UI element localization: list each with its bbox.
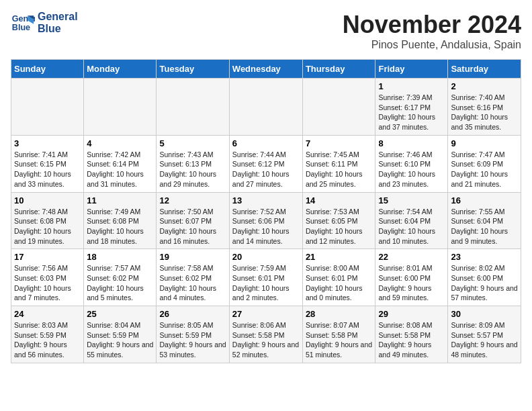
- logo-icon: General Blue: [11, 11, 35, 35]
- calendar-cell: [302, 79, 375, 136]
- day-info: Sunrise: 8:01 AM Sunset: 6:00 PM Dayligh…: [378, 263, 445, 303]
- calendar-cell: 22Sunrise: 8:01 AM Sunset: 6:00 PM Dayli…: [375, 249, 448, 306]
- day-number: 6: [232, 138, 300, 148]
- day-info: Sunrise: 7:54 AM Sunset: 6:04 PM Dayligh…: [378, 207, 445, 246]
- day-info: Sunrise: 7:50 AM Sunset: 6:07 PM Dayligh…: [159, 207, 226, 246]
- svg-text:Blue: Blue: [12, 23, 30, 32]
- calendar-cell: 19Sunrise: 7:58 AM Sunset: 6:02 PM Dayli…: [157, 249, 229, 306]
- calendar-cell: 24Sunrise: 8:03 AM Sunset: 5:59 PM Dayli…: [11, 306, 84, 363]
- calendar-cell: 8Sunrise: 7:46 AM Sunset: 6:10 PM Daylig…: [375, 135, 448, 192]
- calendar-cell: [84, 79, 157, 136]
- calendar-week-1: 1Sunrise: 7:39 AM Sunset: 6:17 PM Daylig…: [11, 79, 521, 136]
- calendar-cell: 10Sunrise: 7:48 AM Sunset: 6:08 PM Dayli…: [11, 192, 84, 249]
- day-number: 29: [378, 309, 445, 319]
- day-info: Sunrise: 7:41 AM Sunset: 6:15 PM Dayligh…: [14, 150, 81, 189]
- calendar-cell: 17Sunrise: 7:56 AM Sunset: 6:03 PM Dayli…: [11, 249, 84, 306]
- day-info: Sunrise: 7:39 AM Sunset: 6:17 PM Dayligh…: [378, 93, 445, 132]
- month-title: November 2024: [343, 11, 521, 39]
- day-info: Sunrise: 7:45 AM Sunset: 6:11 PM Dayligh…: [306, 150, 373, 189]
- calendar-cell: 13Sunrise: 7:52 AM Sunset: 6:06 PM Dayli…: [229, 192, 302, 249]
- weekday-header-saturday: Saturday: [448, 60, 521, 79]
- day-number: 20: [232, 252, 300, 262]
- day-number: 3: [14, 138, 81, 148]
- weekday-header-tuesday: Tuesday: [157, 60, 229, 79]
- calendar-cell: 26Sunrise: 8:05 AM Sunset: 5:59 PM Dayli…: [157, 306, 229, 363]
- day-number: 16: [451, 195, 518, 205]
- day-number: 1: [378, 81, 445, 91]
- day-number: 15: [378, 195, 445, 205]
- day-info: Sunrise: 7:49 AM Sunset: 6:08 PM Dayligh…: [87, 207, 153, 246]
- calendar-week-3: 10Sunrise: 7:48 AM Sunset: 6:08 PM Dayli…: [11, 192, 521, 249]
- calendar-body: 1Sunrise: 7:39 AM Sunset: 6:17 PM Daylig…: [11, 79, 521, 363]
- day-number: 9: [451, 138, 518, 148]
- calendar-cell: [157, 79, 229, 136]
- calendar-cell: 18Sunrise: 7:57 AM Sunset: 6:02 PM Dayli…: [84, 249, 157, 306]
- day-info: Sunrise: 7:52 AM Sunset: 6:06 PM Dayligh…: [232, 207, 300, 246]
- day-info: Sunrise: 8:06 AM Sunset: 5:58 PM Dayligh…: [232, 320, 300, 360]
- logo-line2: Blue: [38, 23, 78, 35]
- logo-line1: General: [38, 11, 78, 23]
- day-number: 4: [87, 138, 153, 148]
- calendar-cell: 20Sunrise: 7:59 AM Sunset: 6:01 PM Dayli…: [229, 249, 302, 306]
- calendar-cell: 30Sunrise: 8:09 AM Sunset: 5:57 PM Dayli…: [448, 306, 521, 363]
- day-number: 10: [14, 195, 81, 205]
- calendar-cell: [11, 79, 84, 136]
- calendar-cell: 2Sunrise: 7:40 AM Sunset: 6:16 PM Daylig…: [448, 79, 521, 136]
- day-number: 27: [232, 309, 300, 319]
- day-number: 25: [87, 309, 153, 319]
- calendar-cell: 4Sunrise: 7:42 AM Sunset: 6:14 PM Daylig…: [84, 135, 157, 192]
- weekday-header-friday: Friday: [375, 60, 448, 79]
- logo: General Blue General Blue: [11, 11, 78, 35]
- calendar-cell: 3Sunrise: 7:41 AM Sunset: 6:15 PM Daylig…: [11, 135, 84, 192]
- day-info: Sunrise: 7:53 AM Sunset: 6:05 PM Dayligh…: [306, 207, 373, 246]
- weekday-header-thursday: Thursday: [302, 60, 375, 79]
- day-number: 21: [306, 252, 373, 262]
- day-number: 28: [306, 309, 373, 319]
- calendar-cell: 14Sunrise: 7:53 AM Sunset: 6:05 PM Dayli…: [302, 192, 375, 249]
- header: General Blue General Blue November 2024 …: [11, 11, 521, 51]
- day-info: Sunrise: 7:48 AM Sunset: 6:08 PM Dayligh…: [14, 207, 81, 246]
- calendar-cell: 23Sunrise: 8:02 AM Sunset: 6:00 PM Dayli…: [448, 249, 521, 306]
- calendar-table: SundayMondayTuesdayWednesdayThursdayFrid…: [11, 59, 521, 363]
- day-info: Sunrise: 8:09 AM Sunset: 5:57 PM Dayligh…: [451, 320, 518, 360]
- calendar-cell: 25Sunrise: 8:04 AM Sunset: 5:59 PM Dayli…: [84, 306, 157, 363]
- calendar-cell: 7Sunrise: 7:45 AM Sunset: 6:11 PM Daylig…: [302, 135, 375, 192]
- day-info: Sunrise: 8:08 AM Sunset: 5:58 PM Dayligh…: [378, 320, 445, 360]
- calendar-cell: [229, 79, 302, 136]
- day-info: Sunrise: 7:56 AM Sunset: 6:03 PM Dayligh…: [14, 263, 81, 303]
- day-number: 30: [451, 309, 518, 319]
- day-info: Sunrise: 7:59 AM Sunset: 6:01 PM Dayligh…: [232, 263, 300, 303]
- calendar-cell: 5Sunrise: 7:43 AM Sunset: 6:13 PM Daylig…: [157, 135, 229, 192]
- day-info: Sunrise: 8:07 AM Sunset: 5:58 PM Dayligh…: [306, 320, 373, 360]
- day-number: 2: [451, 81, 518, 91]
- day-info: Sunrise: 7:47 AM Sunset: 6:09 PM Dayligh…: [451, 150, 518, 189]
- weekday-header-monday: Monday: [84, 60, 157, 79]
- day-info: Sunrise: 8:02 AM Sunset: 6:00 PM Dayligh…: [451, 263, 518, 303]
- calendar-header-row: SundayMondayTuesdayWednesdayThursdayFrid…: [11, 60, 521, 79]
- title-area: November 2024 Pinos Puente, Andalusia, S…: [343, 11, 521, 51]
- day-number: 12: [159, 195, 226, 205]
- calendar-cell: 15Sunrise: 7:54 AM Sunset: 6:04 PM Dayli…: [375, 192, 448, 249]
- day-info: Sunrise: 8:04 AM Sunset: 5:59 PM Dayligh…: [87, 320, 153, 360]
- calendar-cell: 11Sunrise: 7:49 AM Sunset: 6:08 PM Dayli…: [84, 192, 157, 249]
- day-info: Sunrise: 7:46 AM Sunset: 6:10 PM Dayligh…: [378, 150, 445, 189]
- day-number: 5: [159, 138, 226, 148]
- day-number: 26: [159, 309, 226, 319]
- calendar-cell: 9Sunrise: 7:47 AM Sunset: 6:09 PM Daylig…: [448, 135, 521, 192]
- day-info: Sunrise: 8:03 AM Sunset: 5:59 PM Dayligh…: [14, 320, 81, 360]
- calendar-week-2: 3Sunrise: 7:41 AM Sunset: 6:15 PM Daylig…: [11, 135, 521, 192]
- day-info: Sunrise: 7:40 AM Sunset: 6:16 PM Dayligh…: [451, 93, 518, 132]
- day-number: 11: [87, 195, 153, 205]
- day-info: Sunrise: 7:58 AM Sunset: 6:02 PM Dayligh…: [159, 263, 226, 303]
- day-info: Sunrise: 7:55 AM Sunset: 6:04 PM Dayligh…: [451, 207, 518, 246]
- day-number: 13: [232, 195, 300, 205]
- day-number: 7: [306, 138, 373, 148]
- calendar-cell: 28Sunrise: 8:07 AM Sunset: 5:58 PM Dayli…: [302, 306, 375, 363]
- calendar-week-5: 24Sunrise: 8:03 AM Sunset: 5:59 PM Dayli…: [11, 306, 521, 363]
- day-info: Sunrise: 7:44 AM Sunset: 6:12 PM Dayligh…: [232, 150, 300, 189]
- day-info: Sunrise: 8:05 AM Sunset: 5:59 PM Dayligh…: [159, 320, 226, 360]
- calendar-cell: 27Sunrise: 8:06 AM Sunset: 5:58 PM Dayli…: [229, 306, 302, 363]
- calendar-cell: 1Sunrise: 7:39 AM Sunset: 6:17 PM Daylig…: [375, 79, 448, 136]
- day-number: 14: [306, 195, 373, 205]
- weekday-header-sunday: Sunday: [11, 60, 84, 79]
